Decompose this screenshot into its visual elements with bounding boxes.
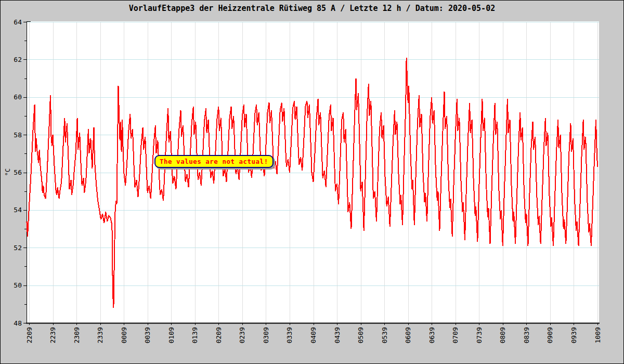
x-tick-label: 0409 [309, 327, 317, 343]
y-tick-label: 54 [14, 206, 22, 214]
x-tick-label: 0039 [144, 327, 151, 343]
x-tick-label: 0909 [546, 327, 554, 343]
x-tick-label: 0439 [333, 327, 341, 343]
y-tick-label: 62 [14, 56, 22, 63]
y-tick-label: 56 [14, 168, 22, 176]
x-tick-label: 1009 [594, 327, 602, 343]
y-tick-label: 58 [14, 131, 22, 139]
x-tick-label: 0139 [191, 327, 199, 343]
x-tick-label: 0639 [428, 327, 436, 343]
badge-text: The values are not actual! [160, 158, 268, 165]
x-tick-label: 0939 [570, 327, 578, 343]
x-tick-label: 0339 [285, 327, 293, 343]
y-tick-label: 48 [14, 319, 22, 327]
x-tick-label: 0609 [404, 327, 412, 343]
temperature-chart: 6462605856545250482209223923092339000900… [1, 1, 624, 364]
x-tick-label: 2239 [49, 327, 57, 343]
y-tick-label: 64 [14, 18, 22, 26]
y-tick-label: 52 [14, 244, 22, 252]
x-tick-label: 2339 [96, 327, 104, 343]
y-tick-label: 50 [14, 281, 22, 289]
x-tick-label: 0009 [120, 327, 128, 343]
x-tick-label: 2309 [73, 327, 81, 343]
x-tick-label: 2209 [25, 327, 33, 343]
x-tick-label: 0839 [523, 327, 530, 343]
x-tick-label: 0239 [238, 327, 246, 343]
y-axis-unit: °C [4, 168, 11, 176]
x-tick-label: 0209 [215, 327, 223, 343]
y-tick-label: 60 [14, 93, 22, 101]
x-tick-label: 0539 [381, 327, 388, 343]
x-tick-label: 0309 [262, 327, 270, 343]
chart-window: VorlaufEtappe3 der Heizzentrale Rütiweg … [0, 0, 624, 364]
x-tick-label: 0509 [357, 327, 365, 343]
x-tick-label: 0739 [475, 327, 483, 343]
x-tick-label: 0709 [451, 327, 459, 343]
x-tick-label: 0809 [499, 327, 506, 343]
not-actual-badge: The values are not actual! [154, 155, 274, 168]
x-tick-label: 0109 [167, 327, 175, 343]
